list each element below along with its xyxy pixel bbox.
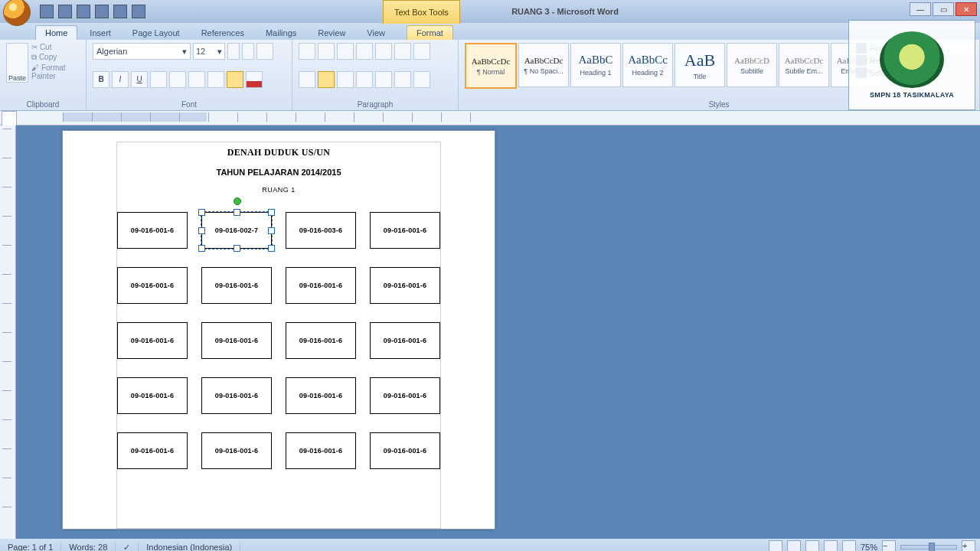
seat-text-box[interactable]: 09-016-001-6 — [286, 267, 356, 304]
print-preview-icon[interactable] — [132, 5, 145, 18]
view-web-layout-icon[interactable] — [805, 540, 819, 551]
seat-text-box[interactable]: 09-016-001-6 — [117, 432, 188, 469]
seat-text-box[interactable]: 09-016-001-6 — [286, 432, 356, 469]
page[interactable]: DENAH DUDUK US/UN TAHUN PELAJARAN 2014/2… — [62, 130, 495, 530]
paste-button[interactable]: Paste — [6, 43, 28, 83]
minimize-button[interactable]: — — [910, 2, 931, 16]
status-proofing-icon[interactable]: ✓ — [116, 543, 139, 552]
justify-icon[interactable] — [356, 71, 373, 88]
grow-font-icon[interactable] — [227, 43, 240, 60]
resize-handle[interactable] — [234, 209, 240, 216]
font-color-icon[interactable] — [246, 71, 263, 88]
bold-button[interactable]: B — [93, 71, 109, 88]
seat-text-box[interactable]: 09-016-001-6 — [201, 432, 272, 469]
style-swatch[interactable]: AaBbCcDcSubtle Em... — [779, 43, 829, 87]
italic-button[interactable]: I — [112, 71, 129, 88]
tab-insert[interactable]: Insert — [80, 26, 120, 40]
underline-button[interactable]: U — [131, 71, 148, 88]
resize-handle[interactable] — [268, 209, 275, 216]
style-swatch[interactable]: AaBbCcHeading 2 — [622, 43, 673, 87]
line-spacing-icon[interactable] — [375, 71, 392, 88]
resize-handle[interactable] — [234, 245, 240, 252]
tab-references[interactable]: References — [192, 26, 253, 40]
seat-text-box[interactable]: 09-016-001-6 — [201, 377, 272, 414]
style-swatch[interactable]: AaBbCcDSubtitle — [727, 43, 777, 87]
resize-handle[interactable] — [268, 245, 275, 252]
tab-mailings[interactable]: Mailings — [256, 26, 305, 40]
align-right-icon[interactable] — [337, 71, 354, 88]
seat-text-box[interactable]: 09-016-001-6 — [370, 377, 440, 414]
align-left-icon[interactable] — [299, 71, 315, 88]
tab-format[interactable]: Format — [407, 25, 453, 40]
view-full-screen-icon[interactable] — [787, 540, 801, 551]
seat-text-box[interactable]: 09-016-002-7 — [201, 212, 272, 249]
tab-view[interactable]: View — [358, 26, 394, 40]
resize-handle[interactable] — [198, 245, 205, 252]
status-page[interactable]: Page: 1 of 1 — [0, 543, 61, 551]
ruler-horizontal[interactable] — [0, 111, 980, 126]
close-button[interactable]: ✕ — [956, 2, 977, 16]
clear-formatting-icon[interactable] — [256, 43, 273, 60]
font-name-combo[interactable]: Algerian▾ — [93, 43, 191, 60]
style-swatch[interactable]: AaBTitle — [675, 43, 725, 87]
zoom-slider[interactable] — [900, 545, 957, 549]
seat-text-box[interactable]: 09-016-001-6 — [201, 267, 272, 304]
open-icon[interactable] — [113, 5, 127, 18]
seat-text-box[interactable]: 09-016-001-6 — [117, 267, 188, 304]
redo-icon[interactable] — [77, 5, 90, 18]
show-marks-icon[interactable] — [413, 43, 430, 60]
font-size-combo[interactable]: 12▾ — [193, 43, 225, 60]
subscript-icon[interactable] — [169, 71, 186, 88]
borders-icon[interactable] — [413, 71, 430, 88]
resize-handle[interactable] — [198, 227, 205, 234]
view-draft-icon[interactable] — [842, 540, 856, 551]
sort-icon[interactable] — [394, 43, 411, 60]
status-words[interactable]: Words: 28 — [61, 543, 116, 551]
seat-text-box[interactable]: 09-016-003-6 — [286, 212, 356, 249]
highlight-color-icon[interactable] — [227, 71, 243, 88]
decrease-indent-icon[interactable] — [356, 43, 373, 60]
style-swatch[interactable]: AaBbCHeading 1 — [570, 43, 621, 87]
align-center-icon[interactable] — [318, 71, 335, 88]
strikethrough-icon[interactable] — [150, 71, 167, 88]
shrink-font-icon[interactable] — [242, 43, 254, 60]
shading-icon[interactable] — [394, 71, 411, 88]
seat-text-box[interactable]: 09-016-001-6 — [286, 377, 356, 414]
resize-handle[interactable] — [198, 209, 205, 216]
seat-text-box[interactable]: 09-016-001-6 — [117, 377, 188, 414]
view-print-layout-icon[interactable] — [769, 540, 782, 551]
seat-text-box[interactable]: 09-016-001-6 — [370, 432, 440, 469]
bullets-icon[interactable] — [299, 43, 315, 60]
seat-text-box[interactable]: 09-016-001-6 — [117, 212, 188, 249]
increase-indent-icon[interactable] — [375, 43, 392, 60]
cut-button[interactable]: ✂ Cut — [31, 43, 80, 51]
undo-icon[interactable] — [58, 5, 72, 18]
style-swatch[interactable]: AaBbCcDc¶ No Spaci... — [518, 43, 569, 87]
rotate-handle[interactable] — [234, 197, 241, 205]
document-surface[interactable]: DENAH DUDUK US/UN TAHUN PELAJARAN 2014/2… — [16, 126, 980, 539]
ruler-vertical[interactable] — [0, 126, 16, 539]
tab-page-layout[interactable]: Page Layout — [123, 26, 189, 40]
tab-home[interactable]: Home — [35, 25, 77, 40]
superscript-icon[interactable] — [188, 71, 205, 88]
multilevel-list-icon[interactable] — [337, 43, 354, 60]
numbering-icon[interactable] — [318, 43, 335, 60]
seat-text-box[interactable]: 09-016-001-6 — [286, 322, 356, 359]
zoom-out-button[interactable]: − — [882, 540, 896, 551]
seat-text-box[interactable]: 09-016-001-6 — [370, 212, 440, 249]
zoom-value[interactable]: 75% — [861, 543, 877, 551]
save-icon[interactable] — [40, 5, 54, 18]
ruler-corner[interactable] — [2, 111, 17, 126]
seat-text-box[interactable]: 09-016-001-6 — [201, 322, 272, 359]
maximize-button[interactable]: ▭ — [933, 2, 954, 16]
seat-text-box[interactable]: 09-016-001-6 — [370, 322, 440, 359]
style-swatch[interactable]: AaBbCcDc¶ Normal — [465, 43, 517, 89]
seat-text-box[interactable]: 09-016-001-6 — [117, 322, 188, 359]
status-language[interactable]: Indonesian (Indonesia) — [139, 543, 240, 551]
copy-button[interactable]: ⧉ Copy — [31, 53, 80, 62]
format-painter-button[interactable]: 🖌 Format Painter — [31, 64, 80, 80]
resize-handle[interactable] — [268, 227, 275, 234]
view-outline-icon[interactable] — [824, 540, 838, 551]
tab-review[interactable]: Review — [309, 26, 354, 40]
new-icon[interactable] — [95, 5, 109, 18]
